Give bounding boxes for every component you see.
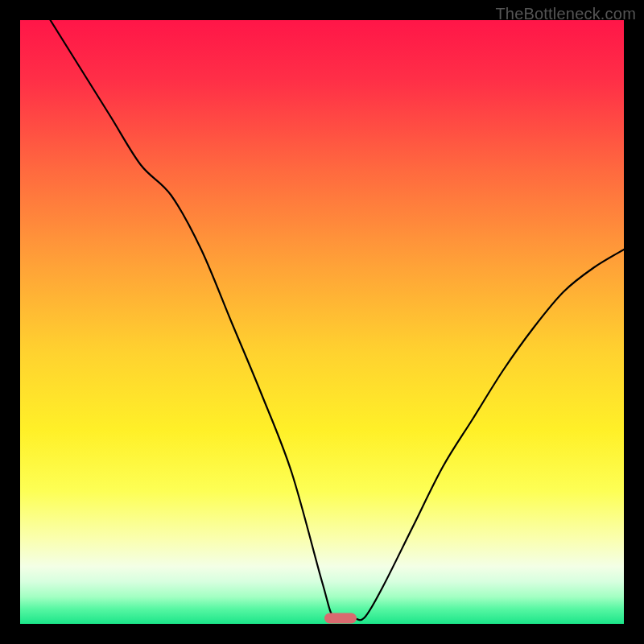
- plot-area: [20, 20, 624, 624]
- chart-frame: TheBottleneck.com: [0, 0, 644, 644]
- bottleneck-curve: [20, 20, 624, 624]
- optimal-marker: [324, 613, 357, 623]
- watermark-text: TheBottleneck.com: [495, 5, 636, 23]
